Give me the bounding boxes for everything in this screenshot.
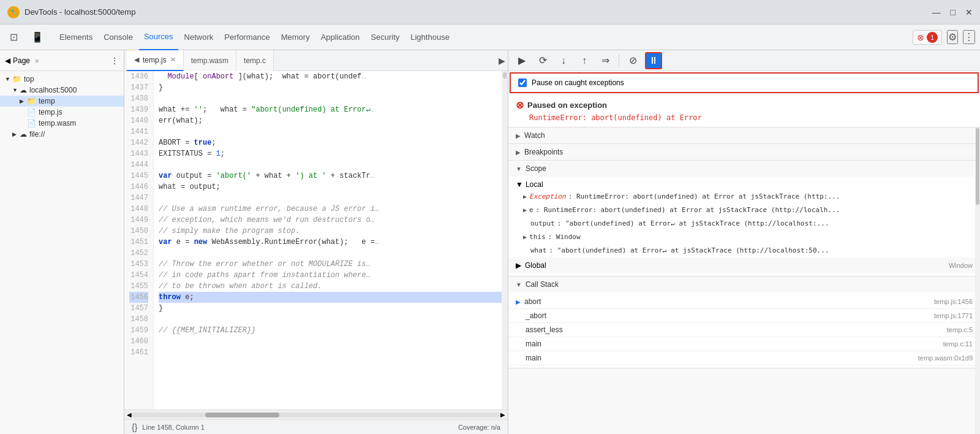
step-button[interactable]: ⇒ bbox=[597, 52, 614, 69]
resume-button[interactable]: ▶ bbox=[513, 52, 530, 69]
scope-item-what: what : "abort(undefined) at Error↵ at js… bbox=[508, 244, 980, 257]
scrollbar-track-h[interactable] bbox=[132, 413, 500, 417]
minimize-button[interactable]: — bbox=[932, 7, 941, 17]
step-out-button[interactable]: ↑ bbox=[576, 52, 593, 69]
sidebar-expand-icon: » bbox=[35, 56, 39, 65]
scope-section-header[interactable]: ▼ Scope bbox=[508, 161, 980, 177]
tab-network[interactable]: Network bbox=[179, 25, 219, 50]
title-text: DevTools - localhost:5000/temp bbox=[24, 7, 927, 17]
code-tab-tempwasm[interactable]: temp.wasm bbox=[184, 50, 236, 71]
close-button[interactable]: ✕ bbox=[965, 7, 973, 17]
tab-security[interactable]: Security bbox=[366, 25, 404, 50]
folder-icon-top: 📁 bbox=[12, 75, 21, 83]
tree-arrow-localhost: ▼ bbox=[12, 87, 20, 93]
code-line-1460 bbox=[159, 336, 503, 347]
tree-label-localhost: localhost:5000 bbox=[29, 86, 121, 94]
code-line-1449: // exception, which means we'd run destr… bbox=[159, 215, 503, 226]
call-stack-item-main2[interactable]: main temp.wasm:0x1d9 bbox=[508, 351, 980, 365]
maximize-button[interactable]: □ bbox=[951, 7, 956, 17]
call-stack-item-abort[interactable]: ▶ abort temp.js:1456 bbox=[508, 295, 980, 309]
code-tab-back-icon[interactable]: ◀ bbox=[134, 56, 139, 64]
breakpoints-section-header[interactable]: ▶ Breakpoints bbox=[508, 144, 980, 160]
call-stack-section: ▼ Call Stack ▶ abort temp.js:1456 _abort… bbox=[508, 276, 980, 368]
window-controls[interactable]: — □ ✕ bbox=[932, 7, 973, 17]
code-tabs: ◀ temp.js ✕ temp.wasm temp.c ▶ bbox=[124, 50, 508, 71]
panel-sections: ▶ Watch ▶ Breakpoints ▼ Scope bbox=[508, 128, 980, 434]
call-stack-item-assert_less[interactable]: assert_less temp.c:5 bbox=[508, 323, 980, 337]
code-line-1438 bbox=[159, 93, 503, 104]
code-tab-tempc[interactable]: temp.c bbox=[236, 50, 274, 71]
cursor-position: Line 1458, Column 1 bbox=[142, 424, 205, 431]
watch-section-header[interactable]: ▶ Watch bbox=[508, 128, 980, 143]
code-line-1441 bbox=[159, 126, 503, 137]
tree-item-temp[interactable]: ▶ 📁 temp bbox=[0, 96, 124, 107]
pause-exceptions-checkbox[interactable] bbox=[518, 78, 527, 87]
device-toolbar-button[interactable]: 📱 bbox=[26, 25, 48, 50]
tab-application[interactable]: Application bbox=[316, 25, 365, 50]
code-tab-tempwasm-label: temp.wasm bbox=[191, 56, 228, 65]
debugger-toolbar: ▶ ⟳ ↓ ↑ ⇒ ⊘ ⏸ bbox=[508, 50, 980, 71]
horizontal-scrollbar[interactable]: ◀ ▶ bbox=[124, 409, 508, 419]
scope-global-header[interactable]: ▶ Global Window bbox=[508, 257, 980, 273]
call-stack-item-_abort[interactable]: _abort temp.js:1771 bbox=[508, 309, 980, 323]
step-into-button[interactable]: ↓ bbox=[555, 52, 572, 69]
deactivate-breakpoints-button[interactable]: ⊘ bbox=[624, 52, 641, 69]
scope-item-output: output : "abort(undefined) at Error↵ at … bbox=[508, 217, 980, 230]
tab-performance[interactable]: Performance bbox=[219, 25, 274, 50]
call-stack-fn-abort: abort bbox=[524, 297, 934, 306]
inspect-element-button[interactable]: ⊡ bbox=[5, 25, 23, 50]
exception-title: ⊗ Paused on exception bbox=[516, 99, 973, 111]
code-line-1453: // Throw the error whether or not MODULA… bbox=[159, 259, 503, 270]
scope-item-e: ▶ e : RuntimeError: abort(undefined) at … bbox=[508, 204, 980, 217]
tab-lighthouse[interactable]: Lighthouse bbox=[405, 25, 454, 50]
tree-arrow-top: ▼ bbox=[5, 76, 12, 82]
tab-memory[interactable]: Memory bbox=[276, 25, 315, 50]
sidebar-more-button[interactable]: ⋮ bbox=[110, 56, 119, 66]
scroll-right-button[interactable]: ▶ bbox=[500, 411, 505, 418]
pause-on-exceptions-button[interactable]: ⏸ bbox=[645, 52, 662, 69]
code-content[interactable]: 1436 1437 1438 1439 1440 1441 1442 1443 … bbox=[124, 71, 508, 409]
scrollbar-thumb-h bbox=[205, 413, 279, 417]
tree-arrow-temp: ▶ bbox=[20, 98, 27, 104]
code-tab-more-button[interactable]: ▶ bbox=[499, 56, 505, 66]
tree-item-tempwasm[interactable]: 📄 temp.wasm bbox=[0, 118, 124, 129]
code-line-1455: // to be thrown when abort is called. bbox=[159, 281, 503, 292]
call-stack-section-header[interactable]: ▼ Call Stack bbox=[508, 276, 980, 292]
tab-elements[interactable]: Elements bbox=[55, 25, 97, 50]
scroll-left-button[interactable]: ◀ bbox=[127, 411, 132, 418]
file-tree: ▼ 📁 top ▼ ☁ localhost:5000 ▶ 📁 temp bbox=[0, 71, 124, 434]
devtools-icon: 🔧 bbox=[7, 6, 20, 18]
code-line-1450: // simply make the program stop. bbox=[159, 226, 503, 237]
right-panel-scrollbar[interactable] bbox=[975, 128, 980, 434]
tab-sources[interactable]: Sources bbox=[139, 25, 178, 50]
call-stack-fn-_abort: _abort bbox=[526, 311, 934, 320]
settings-button[interactable]: ⚙ bbox=[947, 30, 958, 44]
code-line-1445: var output = 'abort(' + what + ') at ' +… bbox=[159, 170, 503, 181]
tree-item-localhost[interactable]: ▼ ☁ localhost:5000 bbox=[0, 85, 124, 96]
main-content: ◀ Page » ⋮ ▼ 📁 top ▼ ☁ localhost:5000 ▶ … bbox=[0, 50, 980, 434]
scope-item-exception: ▶ Exception : RuntimeError: abort(undefi… bbox=[508, 190, 980, 204]
more-tools-button[interactable]: ⋮ bbox=[963, 30, 975, 44]
format-icon[interactable]: {} bbox=[132, 422, 137, 432]
tree-label-temp: temp bbox=[39, 97, 121, 105]
code-line-1440: err(what); bbox=[159, 115, 503, 126]
sidebar-title: Page bbox=[13, 56, 30, 65]
code-line-1448: // Use a wasm runtime error, because a J… bbox=[159, 204, 503, 215]
tab-bar-left-icons: ⊡ 📱 bbox=[5, 25, 48, 50]
tab-console[interactable]: Console bbox=[99, 25, 138, 50]
call-stack-item-main1[interactable]: main temp.c:11 bbox=[508, 337, 980, 351]
code-line-1436: Module[ onAbort ](what); what = abort(un… bbox=[159, 71, 503, 82]
code-tab-tempjs[interactable]: ◀ temp.js ✕ bbox=[127, 50, 184, 71]
vertical-scrollbar[interactable] bbox=[502, 71, 508, 409]
scope-local-header[interactable]: ▼ Local bbox=[508, 179, 980, 190]
step-over-button[interactable]: ⟳ bbox=[534, 52, 551, 69]
scope-item-this: ▶ this : Window bbox=[508, 230, 980, 244]
tree-item-top[interactable]: ▼ 📁 top bbox=[0, 74, 124, 85]
code-view[interactable]: Module[ onAbort ](what); what = abort(un… bbox=[154, 71, 508, 409]
tree-item-tempjs[interactable]: 📄 temp.js bbox=[0, 107, 124, 118]
call-stack-section-title: Call Stack bbox=[526, 280, 559, 289]
tree-item-file[interactable]: ▶ ☁ file:// bbox=[0, 129, 124, 140]
code-tab-tempjs-close[interactable]: ✕ bbox=[170, 56, 176, 64]
sidebar-back-button[interactable]: ◀ bbox=[5, 56, 10, 65]
coverage-status: Coverage: n/a bbox=[458, 424, 500, 431]
